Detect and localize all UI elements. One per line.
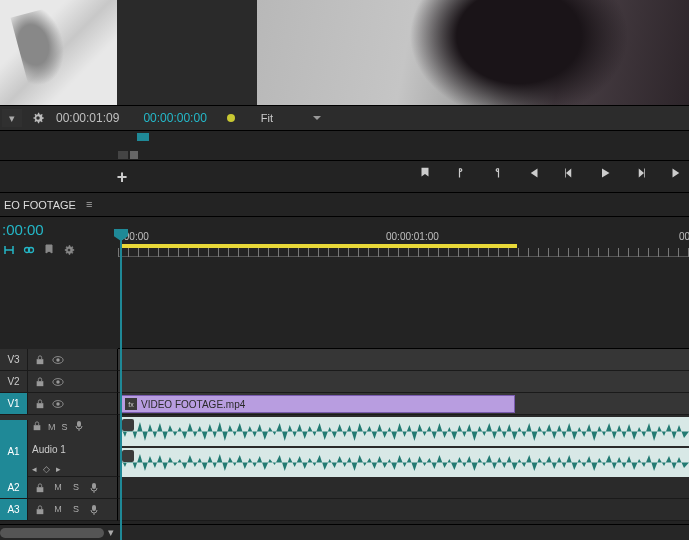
track-lock-icon[interactable]	[34, 354, 46, 366]
track-body-a2[interactable]	[118, 477, 689, 499]
track-label-a1[interactable]: A1	[0, 420, 28, 482]
track-header-a3[interactable]: A3 M S	[0, 499, 118, 521]
mute-toggle[interactable]: M	[52, 482, 64, 494]
mini-ruler[interactable]	[0, 131, 689, 161]
mute-toggle[interactable]: M	[52, 504, 64, 516]
panel-menu-icon[interactable]: ≡	[86, 199, 92, 210]
timeline-empty-area[interactable]	[118, 257, 689, 349]
svg-rect-12	[77, 421, 81, 427]
clip-name: VIDEO FOOTAGE.mp4	[141, 399, 245, 410]
snap-icon[interactable]	[2, 243, 16, 257]
svg-rect-8	[37, 403, 44, 408]
timeline-timecode[interactable]: :00:00	[2, 221, 44, 238]
mini-zoom-thumb[interactable]	[118, 151, 128, 159]
track-header-a1[interactable]: A1 M S Audio 1 ◂ ◇ ▸	[0, 415, 118, 477]
play-icon[interactable]	[597, 165, 613, 181]
track-body-v1[interactable]: fx VIDEO FOOTAGE.mp4	[118, 393, 689, 415]
track-label-a3[interactable]: A3	[0, 499, 28, 520]
track-lock-icon[interactable]	[32, 421, 42, 433]
svg-rect-16	[92, 483, 96, 489]
svg-rect-17	[37, 509, 44, 514]
svg-rect-2	[37, 359, 44, 364]
transport-controls	[417, 165, 685, 181]
track-body-v3[interactable]	[118, 349, 689, 371]
keyframe-prev-icon[interactable]: ◂	[32, 465, 37, 474]
chevron-down-icon[interactable]: ▾	[108, 527, 114, 538]
fx-badge-icon[interactable]	[122, 450, 134, 462]
track-header-v1[interactable]: V1	[0, 393, 118, 415]
track-eye-icon[interactable]	[52, 354, 64, 366]
keyframe-add-icon[interactable]: ◇	[43, 465, 50, 474]
fx-badge-icon[interactable]	[122, 419, 134, 431]
mini-zoom-thumb-b[interactable]	[130, 151, 138, 159]
track-lock-icon[interactable]	[34, 398, 46, 410]
video-clip[interactable]: fx VIDEO FOOTAGE.mp4	[120, 395, 515, 413]
track-label-a2[interactable]: A2	[0, 477, 28, 498]
voice-over-icon[interactable]	[74, 420, 84, 434]
track-header-v2[interactable]: V2	[0, 371, 118, 393]
svg-rect-15	[37, 487, 44, 492]
svg-rect-18	[92, 505, 96, 511]
svg-point-4	[56, 358, 59, 361]
solo-toggle[interactable]: S	[62, 423, 68, 432]
track-lock-icon[interactable]	[34, 376, 46, 388]
zoom-fit-dropdown[interactable]: Fit	[255, 108, 325, 128]
tool-row: +	[0, 161, 689, 193]
mini-playhead-icon[interactable]	[137, 133, 149, 141]
step-forward-icon[interactable]	[633, 165, 649, 181]
timeline-option-icons	[2, 243, 76, 257]
track-name-a1: Audio 1	[32, 444, 117, 455]
track-lock-icon[interactable]	[34, 482, 46, 494]
settings-wrench-icon[interactable]	[28, 108, 48, 128]
step-back-icon[interactable]	[561, 165, 577, 181]
source-timecode[interactable]: 00:00:01:09	[56, 111, 119, 125]
timeline-settings-icon[interactable]	[62, 243, 76, 257]
sequence-tab[interactable]: EO FOOTAGE ≡	[0, 193, 689, 217]
track-header-v3[interactable]: V3	[0, 349, 118, 371]
program-monitor[interactable]	[257, 0, 689, 105]
timeline-ruler[interactable]: :00:00 00:00:01:00 00	[118, 229, 689, 257]
track-label-v2[interactable]: V2	[0, 371, 28, 392]
add-marker-icon[interactable]	[42, 243, 56, 257]
keyframe-next-icon[interactable]: ▸	[56, 465, 61, 474]
tracks-area: V3 V2 V1 fx VIDEO FOOTAGE.mp4 A1	[0, 349, 689, 524]
zoom-fit-label: Fit	[261, 112, 273, 124]
program-timecode[interactable]: 00:00:00:00	[143, 111, 206, 125]
timecode-bar: ▾ 00:00:01:09 00:00:00:00 Fit	[0, 105, 689, 131]
playhead[interactable]	[120, 229, 122, 540]
source-monitor[interactable]	[0, 0, 117, 105]
track-label-v1[interactable]: V1	[0, 393, 28, 414]
mute-toggle[interactable]: M	[48, 423, 56, 432]
source-dropdown[interactable]: ▾	[2, 109, 22, 127]
linked-selection-icon[interactable]	[22, 243, 36, 257]
track-body-v2[interactable]	[118, 371, 689, 393]
svg-point-10	[56, 402, 59, 405]
track-label-v3[interactable]: V3	[0, 349, 28, 370]
voice-over-icon[interactable]	[88, 482, 100, 494]
audio-clip-right[interactable]	[120, 448, 689, 477]
sequence-tab-label: EO FOOTAGE	[4, 199, 76, 211]
fx-badge-icon[interactable]: fx	[125, 398, 137, 410]
ruler-ticks	[118, 248, 689, 257]
status-dot-icon	[227, 114, 235, 122]
voice-over-icon[interactable]	[88, 504, 100, 516]
track-body-a3[interactable]	[118, 499, 689, 521]
scrollbar-thumb[interactable]	[0, 528, 104, 538]
svg-point-7	[56, 380, 59, 383]
track-body-a1[interactable]	[118, 415, 689, 477]
track-header-a2[interactable]: A2 M S	[0, 477, 118, 499]
marker-icon[interactable]	[417, 165, 433, 181]
mark-out-icon[interactable]	[489, 165, 505, 181]
add-marker-button[interactable]: +	[112, 167, 132, 187]
solo-toggle[interactable]: S	[70, 482, 82, 494]
ruler-label: 00:00:01:00	[386, 231, 439, 242]
audio-clip-left[interactable]	[120, 417, 689, 446]
go-to-in-icon[interactable]	[525, 165, 541, 181]
track-eye-icon[interactable]	[52, 376, 64, 388]
solo-toggle[interactable]: S	[70, 504, 82, 516]
horizontal-scrollbar[interactable]: ▾	[0, 524, 689, 540]
go-to-out-icon[interactable]	[669, 165, 685, 181]
track-eye-icon[interactable]	[52, 398, 64, 410]
track-lock-icon[interactable]	[34, 504, 46, 516]
mark-in-icon[interactable]	[453, 165, 469, 181]
